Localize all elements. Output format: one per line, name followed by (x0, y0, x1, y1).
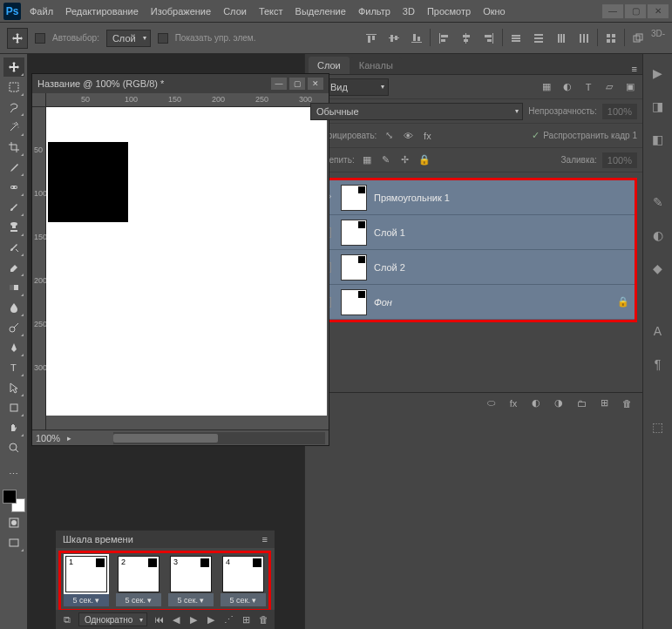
layer-mask-icon[interactable]: ◐ (529, 396, 543, 410)
frame-4[interactable]: 4 5 сек. ▾ (221, 556, 266, 606)
menu-edit[interactable]: Редактирование (64, 3, 140, 19)
frame-3[interactable]: 3 5 сек. ▾ (168, 556, 214, 606)
lock-paint-icon[interactable]: ✎ (379, 153, 393, 167)
menu-select[interactable]: Выделение (294, 3, 348, 19)
delete-frame-icon[interactable]: 🗑 (257, 612, 269, 626)
ruler-horizontal[interactable]: 50 100 150 200 250 300 (46, 93, 329, 107)
layer-row[interactable]: Фон 🔒 (313, 285, 635, 320)
layer-thumb[interactable] (341, 289, 367, 315)
timeline-menu-icon[interactable]: ≡ (262, 534, 268, 544)
brushes-dock-icon[interactable]: ✎ (648, 192, 669, 213)
filter-adjust-icon[interactable]: ◐ (560, 80, 574, 94)
foreground-color-swatch[interactable] (3, 490, 17, 504)
autoalign-icon[interactable] (601, 29, 621, 48)
align-hcenter-icon[interactable] (457, 29, 476, 48)
convert-timeline-icon[interactable]: ⧉ (61, 612, 73, 626)
character-dock-icon[interactable]: A (648, 321, 669, 342)
menu-3d[interactable]: 3D (401, 3, 417, 19)
layer-fx-icon[interactable]: fx (506, 396, 520, 410)
autoselect-checkbox[interactable] (35, 33, 45, 44)
group-icon[interactable]: 🗀 (574, 396, 588, 410)
unify-style-icon[interactable]: fx (420, 129, 434, 143)
crop-tool[interactable] (3, 138, 24, 157)
menu-layers[interactable]: Слои (221, 3, 248, 19)
dodge-tool[interactable] (3, 318, 24, 337)
frame-2[interactable]: 2 5 сек. ▾ (116, 556, 161, 606)
zoom-tool[interactable] (3, 438, 24, 457)
history-dock-icon[interactable]: ▶ (648, 63, 669, 84)
menu-image[interactable]: Изображение (149, 3, 213, 19)
close-button[interactable]: ✕ (648, 4, 669, 18)
menu-file[interactable]: Файл (28, 3, 55, 19)
adjustment-layer-icon[interactable]: ◑ (552, 396, 566, 410)
layer-row[interactable]: Слой 1 (313, 215, 635, 250)
autoselect-scope-dropdown[interactable]: Слой (106, 30, 151, 47)
doc-maximize-button[interactable]: ▢ (289, 78, 305, 90)
layer-thumb[interactable] (341, 220, 367, 246)
fill-field[interactable]: 100% (602, 152, 637, 168)
menu-view[interactable]: Просмотр (425, 3, 472, 19)
minimize-button[interactable]: — (602, 4, 623, 18)
wand-tool[interactable] (3, 118, 24, 137)
next-frame-icon[interactable]: ▶ (205, 612, 217, 626)
adjustments-dock-icon[interactable]: ◐ (648, 225, 669, 246)
brush-tool[interactable] (3, 198, 24, 217)
eyedropper-tool[interactable] (3, 158, 24, 177)
pen-tool[interactable] (3, 338, 24, 357)
history-brush-tool[interactable] (3, 238, 24, 257)
swatches-dock-icon[interactable]: ◧ (648, 129, 669, 150)
menu-text[interactable]: Текст (257, 3, 285, 19)
blur-tool[interactable] (3, 298, 24, 317)
eraser-tool[interactable] (3, 258, 24, 277)
distribute-2-icon[interactable] (529, 29, 548, 48)
layer-thumb[interactable] (341, 185, 367, 211)
styles-dock-icon[interactable]: ◆ (648, 258, 669, 279)
filter-pixel-icon[interactable]: ▦ (540, 80, 553, 94)
link-layers-icon[interactable]: ⬭ (484, 396, 498, 410)
panel-menu-icon[interactable]: ≡ (632, 64, 637, 74)
filter-shape-icon[interactable]: ▱ (602, 80, 616, 94)
move-tool[interactable] (3, 57, 24, 77)
layer-name[interactable]: Слой 2 (374, 262, 405, 273)
distribute-1-icon[interactable] (506, 29, 526, 48)
layer-name[interactable]: Слой 1 (374, 227, 405, 238)
color-dock-icon[interactable]: ◨ (648, 96, 669, 117)
frame-delay-1[interactable]: 5 сек. ▾ (64, 593, 109, 606)
tab-channels[interactable]: Каналы (350, 57, 402, 74)
distribute-3-icon[interactable] (552, 29, 571, 48)
play-icon[interactable]: ▶ (187, 612, 200, 626)
filter-type-icon[interactable]: T (581, 80, 595, 94)
menu-filter[interactable]: Фильтр (356, 3, 392, 19)
prev-frame-icon[interactable]: ◀ (170, 612, 182, 626)
timeline-header[interactable]: Шкала времени ≡ (56, 531, 275, 548)
blend-mode-dropdown[interactable]: Обычные (310, 103, 523, 120)
path-select-tool[interactable] (3, 378, 24, 397)
tween-icon[interactable]: ⋰ (222, 612, 234, 626)
filter-smart-icon[interactable]: ▣ (623, 80, 637, 94)
maximize-button[interactable]: ▢ (625, 4, 646, 18)
layer-name[interactable]: Прямоугольник 1 (374, 193, 450, 203)
lasso-tool[interactable] (3, 98, 24, 117)
document-titlebar[interactable]: Название @ 100% (RGB/8) * — ▢ ✕ (32, 74, 329, 93)
unify-position-icon[interactable]: ⤡ (382, 129, 396, 143)
layer-row[interactable]: 👁 Прямоугольник 1 (313, 180, 635, 215)
new-layer-icon[interactable]: ⊞ (597, 396, 611, 410)
opacity-field[interactable]: 100% (602, 104, 637, 119)
menu-window[interactable]: Окно (481, 3, 507, 19)
loop-dropdown[interactable]: Однократно (78, 612, 147, 626)
zoom-level[interactable]: 100% (36, 433, 60, 443)
canvas-viewport[interactable] (46, 107, 329, 429)
frame-delay-3[interactable]: 5 сек. ▾ (168, 593, 214, 606)
tab-layers[interactable]: Слои (309, 57, 350, 74)
doc-close-button[interactable]: ✕ (308, 78, 323, 90)
marquee-tool[interactable] (3, 78, 24, 97)
color-swatches[interactable] (3, 490, 25, 512)
lock-position-icon[interactable]: ✢ (398, 153, 412, 167)
layer-row[interactable]: Слой 2 (313, 250, 635, 285)
align-vcenter-icon[interactable] (384, 29, 404, 48)
align-right-icon[interactable] (479, 29, 499, 48)
gradient-tool[interactable] (3, 278, 24, 297)
duplicate-frame-icon[interactable]: ⊞ (240, 612, 252, 626)
3d-mode-icon[interactable] (628, 29, 648, 48)
align-left-icon[interactable] (434, 29, 453, 48)
